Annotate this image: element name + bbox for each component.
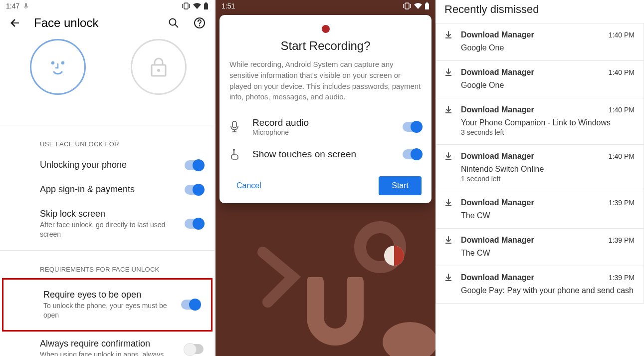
svg-line-8 — [175, 24, 178, 27]
notification-item[interactable]: Download Manager1:40 PMGoogle One — [435, 61, 644, 98]
face-enrolled-icon[interactable] — [30, 39, 86, 95]
toggle-switch[interactable] — [185, 344, 204, 354]
notification-app-name: Download Manager — [461, 68, 602, 77]
search-icon[interactable] — [167, 17, 181, 29]
cancel-button[interactable]: Cancel — [229, 177, 268, 194]
panel-notification-history: Recently dismissed Download Manager1:40 … — [435, 0, 644, 356]
setting-title: App sign-in & payments — [40, 184, 185, 195]
notification-time: 1:40 PM — [609, 68, 635, 76]
svg-rect-5 — [204, 3, 208, 9]
notification-subtitle: 3 seconds left — [461, 128, 635, 136]
svg-point-26 — [233, 149, 235, 151]
toggle-switch[interactable] — [403, 122, 422, 132]
notification-app-name: Download Manager — [461, 152, 602, 161]
svg-rect-21 — [425, 3, 429, 9]
status-time: 1:51 — [221, 2, 235, 10]
download-icon — [443, 198, 454, 207]
wifi-icon — [414, 2, 423, 9]
setting-title: Unlocking your phone — [40, 160, 185, 170]
notification-time: 1:39 PM — [609, 199, 635, 207]
highlighted-setting: Require eyes to be openTo unlock the pho… — [2, 278, 213, 332]
setting-row[interactable]: App sign-in & payments — [0, 177, 215, 202]
toggle-switch[interactable] — [403, 149, 422, 159]
svg-point-7 — [170, 19, 176, 25]
dialog-subtitle: While recording, Android System can capt… — [229, 59, 422, 102]
lock-placeholder-icon[interactable] — [131, 39, 187, 95]
svg-point-11 — [51, 61, 54, 64]
toggle-switch[interactable] — [181, 300, 200, 310]
touch-icon — [229, 148, 242, 160]
mic-indicator-icon — [23, 2, 28, 9]
toggle-switch[interactable] — [185, 219, 204, 229]
notification-title: The CW — [461, 211, 635, 220]
notification-item[interactable]: Download Manager1:40 PMYour Phone Compan… — [435, 98, 644, 145]
download-icon — [443, 68, 454, 77]
svg-point-12 — [61, 61, 64, 64]
notification-time: 1:39 PM — [609, 236, 635, 244]
notification-item[interactable]: Download Manager1:39 PMThe CW — [435, 229, 644, 266]
notification-title: Your Phone Companion - Link to Windows — [461, 118, 635, 127]
svg-rect-22 — [426, 2, 428, 3]
start-recording-dialog: Start Recording? While recording, Androi… — [219, 15, 431, 203]
notification-app-name: Download Manager — [461, 198, 602, 207]
decoration-ring — [345, 220, 415, 290]
option-title: Record audio — [252, 117, 393, 128]
notification-title: The CW — [461, 249, 635, 258]
decoration-u — [295, 277, 375, 356]
notification-app-name: Download Manager — [461, 236, 602, 245]
setting-row[interactable]: Always require confirmationWhen using fa… — [0, 332, 215, 356]
dialog-option-row[interactable]: Record audioMicrophone — [229, 111, 422, 142]
svg-point-10 — [199, 25, 200, 26]
download-icon — [443, 152, 454, 161]
start-button[interactable]: Start — [379, 176, 422, 195]
decoration-squiggle — [248, 245, 308, 310]
svg-rect-2 — [184, 3, 188, 9]
record-dot-icon — [322, 25, 330, 33]
setting-row[interactable]: Require eyes to be openTo unlock the pho… — [3, 283, 211, 327]
notification-app-name: Download Manager — [461, 30, 602, 39]
notification-item[interactable]: Download Manager1:40 PMGoogle One — [435, 23, 644, 61]
status-bar: 1:51 — [215, 0, 435, 11]
svg-rect-18 — [405, 3, 409, 9]
toggle-switch[interactable] — [185, 160, 204, 170]
option-title: Show touches on screen — [252, 149, 393, 160]
back-icon[interactable] — [8, 17, 22, 29]
panel-screen-record: 1:51 Start Recording? While recording, A… — [215, 0, 435, 356]
notification-title: Nintendo Switch Online — [461, 165, 635, 174]
notification-item[interactable]: Download Manager1:39 PMThe CW — [435, 191, 644, 229]
setting-title: Always require confirmation — [40, 339, 185, 349]
setting-subtitle: After face unlock, go directly to last u… — [40, 220, 175, 239]
dialog-title: Start Recording? — [229, 39, 422, 53]
notification-item[interactable]: Download Manager1:39 PMGoogle Pay: Pay w… — [435, 266, 644, 304]
dialog-option-row[interactable]: Show touches on screen — [229, 142, 422, 166]
svg-point-15 — [360, 227, 400, 267]
download-icon — [443, 105, 454, 114]
option-subtitle: Microphone — [252, 128, 393, 136]
notification-title: Google One — [461, 81, 635, 90]
svg-rect-23 — [232, 121, 236, 128]
decoration-blob — [380, 320, 435, 356]
notification-time: 1:40 PM — [609, 106, 635, 114]
svg-point-17 — [383, 322, 435, 356]
setting-title: Skip lock screen — [40, 209, 185, 219]
notification-item[interactable]: Download Manager1:40 PMNintendo Switch O… — [435, 145, 644, 191]
setting-row[interactable]: Skip lock screenAfter face unlock, go di… — [0, 202, 215, 246]
face-icons-row — [0, 37, 215, 95]
panel-face-unlock: 1:47 Face unlock — [0, 0, 215, 356]
setting-row[interactable]: Unlocking your phone — [0, 153, 215, 177]
help-icon[interactable] — [193, 17, 207, 29]
notification-time: 1:40 PM — [609, 152, 635, 160]
svg-rect-0 — [25, 3, 27, 7]
svg-point-14 — [157, 69, 160, 72]
battery-icon — [204, 2, 209, 10]
vibrate-icon — [182, 2, 191, 9]
section-header-requirements: REQUIREMENTS FOR FACE UNLOCK — [0, 251, 215, 278]
status-bar: 1:47 — [0, 0, 215, 11]
download-icon — [443, 236, 454, 245]
download-icon — [443, 30, 454, 39]
vibrate-icon — [403, 2, 412, 9]
notification-subtitle: 1 second left — [461, 175, 635, 183]
notification-title: Google One — [461, 43, 635, 52]
toggle-switch[interactable] — [185, 185, 204, 195]
battery-icon — [425, 2, 429, 10]
